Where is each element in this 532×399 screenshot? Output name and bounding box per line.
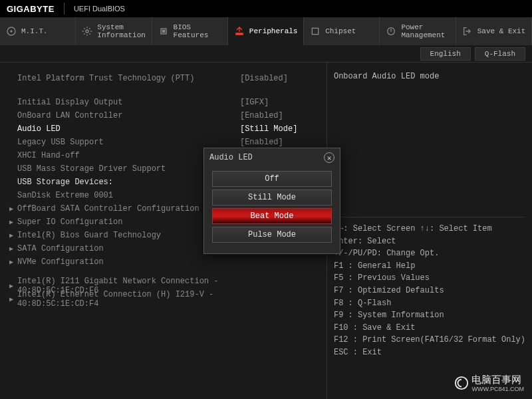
svg-rect-6 (312, 28, 318, 34)
popup-header: Audio LED ✕ (204, 148, 340, 167)
tab-bios-features[interactable]: BIOS Features (152, 17, 228, 45)
chip-icon (158, 25, 170, 37)
setting-label: Intel Platform Trust Technology (PTT) (17, 74, 240, 83)
help-panel: Onboard Audio LED mode ←→: Select Screen… (327, 63, 532, 399)
setting-label: NVMe Configuration (17, 257, 240, 267)
setting-row[interactable]: Audio LED[Still Mode] (9, 122, 320, 136)
popup-body: OffStill ModeBeat ModePulse Mode (204, 167, 340, 253)
separator (64, 3, 65, 15)
svg-point-1 (11, 31, 13, 33)
setting-row[interactable]: OnBoard LAN Controller[Enabled] (9, 109, 320, 122)
audio-led-popup: Audio LED ✕ OffStill ModeBeat ModePulse … (203, 148, 340, 254)
tab-label: Peripherals (249, 27, 298, 35)
setting-row[interactable]: Legacy USB Support[Enabled] (9, 136, 320, 149)
popup-option[interactable]: Beat Mode (212, 208, 332, 224)
brand-subtitle: UEFI DualBIOS (74, 5, 125, 13)
tab-label: Chipset (325, 27, 356, 35)
peripherals-icon (233, 25, 245, 37)
help-line: Enter: Select (334, 235, 525, 248)
svg-rect-4 (162, 30, 165, 33)
popup-option[interactable]: Pulse Mode (212, 227, 332, 243)
chevron-right-icon: ▶ (9, 258, 17, 266)
setting-label: OnBoard LAN Controller (17, 111, 240, 120)
tab-bar: M.I.T. System Information BIOS Features … (0, 17, 532, 45)
top-toolbar: English Q-Flash (0, 45, 532, 63)
help-line: F8 : Q-Flash (334, 297, 525, 310)
chevron-right-icon: ▶ (9, 245, 17, 253)
brand-logo: GIGABYTE (7, 4, 55, 14)
help-line: F5 : Previous Values (334, 272, 525, 285)
gauge-icon (5, 25, 17, 37)
svg-rect-5 (236, 33, 243, 35)
help-nav: ←→: Select Screen ↑↓: Select Item (334, 223, 525, 235)
help-title: Onboard Audio LED mode (334, 72, 525, 81)
tab-label: M.I.T. (21, 27, 48, 35)
watermark-url: WWW.PC841.COM (471, 386, 524, 392)
tab-label: BIOS Features (174, 23, 209, 39)
close-icon[interactable]: ✕ (324, 152, 334, 163)
chevron-right-icon: ▶ (9, 295, 17, 303)
watermark-icon (454, 376, 469, 390)
help-line: F10 : Save & Exit (334, 322, 525, 334)
tab-label: Power Management (401, 23, 445, 39)
tab-power[interactable]: Power Management (380, 17, 456, 45)
power-icon (385, 25, 397, 37)
chevron-right-icon: ▶ (9, 282, 17, 290)
watermark: 电脑百事网 WWW.PC841.COM (454, 374, 524, 392)
popup-option[interactable]: Off (212, 171, 332, 187)
help-line: F1 : General Help (334, 260, 525, 273)
setting-label: Intel(R) Ethernet Connection (H) I219-V … (17, 290, 240, 309)
setting-value: [IGFX] (240, 98, 320, 107)
language-button[interactable]: English (420, 47, 471, 61)
setting-row[interactable]: ▶Intel(R) Ethernet Connection (H) I219-V… (9, 293, 320, 306)
setting-label: Initial Display Output (17, 98, 240, 107)
header-bar: GIGABYTE UEFI DualBIOS (0, 0, 532, 17)
setting-row[interactable]: ▶NVMe Configuration (9, 255, 320, 269)
help-line: F12 : Print Screen(FAT16/32 Format Only) (334, 334, 525, 346)
setting-label: Legacy USB Support (17, 138, 240, 147)
gear-icon (81, 25, 93, 37)
chevron-right-icon: ▶ (9, 205, 17, 213)
setting-value: [Disabled] (240, 74, 320, 83)
tab-peripherals[interactable]: Peripherals (228, 17, 304, 45)
chevron-right-icon: ▶ (9, 218, 17, 226)
popup-title: Audio LED (209, 153, 253, 162)
tab-label: System Information (97, 23, 146, 39)
exit-icon (462, 25, 473, 37)
qflash-button[interactable]: Q-Flash (475, 47, 525, 61)
setting-value: [Enabled] (240, 138, 320, 147)
setting-value: [Enabled] (240, 111, 320, 120)
divider (334, 217, 525, 217)
help-line: F9 : System Information (334, 309, 525, 322)
help-line: F7 : Optimized Defaults (334, 285, 525, 297)
help-line: ESC : Exit (334, 346, 525, 359)
chipset-icon (309, 25, 321, 37)
setting-label: Audio LED (17, 124, 240, 134)
chevron-right-icon: ▶ (9, 231, 17, 239)
watermark-text: 电脑百事网 (471, 374, 521, 385)
tab-chipset[interactable]: Chipset (304, 17, 380, 45)
tab-label: Save & Exit (477, 27, 526, 35)
setting-row[interactable]: Initial Display Output[IGFX] (9, 96, 320, 109)
help-line: +/-/PU/PD: Change Opt. (334, 247, 525, 260)
setting-row[interactable]: Intel Platform Trust Technology (PTT)[Di… (9, 72, 320, 85)
svg-point-2 (86, 30, 88, 33)
tab-save-exit[interactable]: Save & Exit (456, 17, 532, 45)
svg-point-8 (456, 377, 467, 389)
tab-system-info[interactable]: System Information (76, 17, 152, 45)
popup-option[interactable]: Still Mode (212, 190, 332, 205)
tab-mit[interactable]: M.I.T. (0, 17, 76, 45)
setting-value: [Still Mode] (240, 124, 320, 134)
